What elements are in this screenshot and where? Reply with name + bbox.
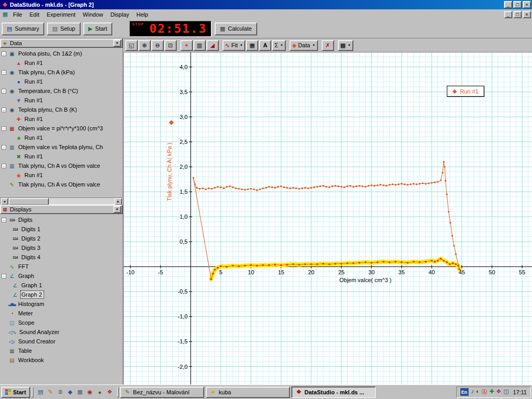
statistics-menu-button[interactable]: Σ▼ xyxy=(272,40,286,51)
scrollbar-thumb[interactable] xyxy=(8,198,49,205)
data-source-item[interactable]: -▥Objem valce vs Teplota plynu, Ch xyxy=(0,142,123,152)
child-restore-button[interactable]: □ xyxy=(513,11,522,18)
fit-menu-button[interactable]: ∿Fit▼ xyxy=(222,40,245,51)
text-tool-button[interactable]: A xyxy=(259,40,271,51)
data-source-item[interactable]: ✎Tlak plynu, Ch A vs Objem valce xyxy=(0,180,123,189)
menu-display[interactable]: Display xyxy=(107,10,132,19)
graph-settings-menu-button[interactable]: ▩▼ xyxy=(338,40,353,51)
taskbar-start-button[interactable]: Start xyxy=(1,387,30,398)
remove-button[interactable]: ✗ xyxy=(322,40,334,51)
graph-legend[interactable]: ◆ Run #1 xyxy=(447,86,484,97)
network-icon[interactable]: ◫ xyxy=(503,388,509,396)
display-item[interactable]: ◫Scope xyxy=(0,318,123,327)
data-source-item[interactable]: -▣Poloha pistu, Ch 1&2 (m) xyxy=(0,49,123,58)
expand-toggle[interactable]: - xyxy=(2,108,6,112)
task-paint[interactable]: ✎Bez_názvu - Malování xyxy=(120,387,204,398)
antivirus-icon[interactable]: Ⓐ xyxy=(482,388,487,396)
display-child-item[interactable]: 3.14Digits 3 xyxy=(0,243,123,252)
scrollbar-track[interactable] xyxy=(49,198,114,204)
menu-edit[interactable]: Edit xyxy=(26,10,43,19)
data-source-item[interactable]: -▦Objem valce = pi*r*r*y*100 (cm^3 xyxy=(0,124,123,133)
run-item[interactable]: ✚Run #1 xyxy=(0,114,123,124)
display-item[interactable]: ◁♪Sound Creator xyxy=(0,337,123,346)
menu-file[interactable]: File xyxy=(9,10,26,19)
display-child-item[interactable]: 3.14Digits 1 xyxy=(0,224,123,234)
data-panel-header[interactable]: ◈ Data ▼ xyxy=(0,38,123,48)
slope-tool-button[interactable]: ◢ xyxy=(206,40,219,51)
displays-panel-dropdown-button[interactable]: ▼ xyxy=(113,206,121,213)
display-item[interactable]: -3.14Digits xyxy=(0,215,123,224)
expand-toggle[interactable]: - xyxy=(2,51,6,56)
close-button[interactable]: × xyxy=(523,1,531,8)
restore-button[interactable]: □ xyxy=(513,1,522,8)
run-item[interactable]: ●Run #1 xyxy=(0,77,123,86)
scheduler-icon[interactable]: ✚ xyxy=(489,388,494,396)
window-titlebar[interactable]: ❖ DataStudio - mkl.ds - [Graph 2] _ □ × xyxy=(0,0,532,9)
graph-plot-area[interactable]: -10-55101520253035404550554,03,53,02,52,… xyxy=(124,52,532,384)
volume-icon[interactable]: ♪ xyxy=(471,388,474,396)
smart-tool-button[interactable]: ⌖ xyxy=(180,40,193,51)
display-child-item[interactable]: 3.14Digits 4 xyxy=(0,252,123,262)
display-item[interactable]: ▤Workbook xyxy=(0,355,123,365)
data-tree-hscrollbar[interactable]: ◂ ▸ xyxy=(0,197,123,205)
child-close-button[interactable]: × xyxy=(523,11,531,18)
child-minimize-button[interactable]: _ xyxy=(504,11,512,18)
show-data-button[interactable]: ▥ xyxy=(193,40,206,51)
display-child-item[interactable]: 3.14Digits 2 xyxy=(0,234,123,243)
browser-icon[interactable]: ◉ xyxy=(86,388,94,396)
graph-display-area[interactable]: -10-55101520253035404550554,03,53,02,52,… xyxy=(123,52,532,384)
setup-button[interactable]: ▨ Setup xyxy=(47,22,80,35)
expand-toggle[interactable]: - xyxy=(2,126,6,131)
updater-icon[interactable]: ❖ xyxy=(496,388,501,396)
run-item[interactable]: ▼Run #1 xyxy=(0,96,123,105)
notes-icon[interactable]: ✎ xyxy=(46,388,55,396)
calculate-button[interactable]: ▦ Calculate xyxy=(215,22,257,35)
start-button[interactable]: ▶ Start xyxy=(83,22,113,35)
expand-toggle[interactable]: - xyxy=(2,164,6,168)
display-item[interactable]: ◔Meter xyxy=(0,309,123,318)
acorn-icon[interactable]: ● xyxy=(96,388,104,396)
display-settings-icon[interactable]: ◐ xyxy=(476,388,480,396)
menu-window[interactable]: Window xyxy=(79,10,107,19)
calculate-tool-button[interactable]: ▦ xyxy=(246,40,258,51)
data-source-item[interactable]: -◉Teplota plynu, Ch B (K) xyxy=(0,105,123,114)
display-item[interactable]: -∠Graph xyxy=(0,271,123,281)
display-item[interactable]: ∿FFT xyxy=(0,262,123,271)
menu-help[interactable]: Help xyxy=(133,10,152,19)
keyboard-language-indicator[interactable]: En xyxy=(460,388,469,396)
minimize-button[interactable]: _ xyxy=(504,1,512,8)
displays-panel-header[interactable]: ▦ Displays ▼ xyxy=(0,205,123,214)
expand-toggle[interactable]: - xyxy=(2,89,6,94)
data-source-item[interactable]: -◉Temperature, Ch B (°C) xyxy=(0,86,123,96)
run-item[interactable]: ▲Run #1 xyxy=(0,58,123,68)
media-icon[interactable]: ❖ xyxy=(105,388,114,396)
scroll-left-button[interactable]: ◂ xyxy=(1,198,8,205)
data-source-item[interactable]: -◉Tlak plynu, Ch A (kPa) xyxy=(0,68,123,77)
run-item[interactable]: ✖Run #1 xyxy=(0,152,123,161)
task-kuba-folder[interactable]: ▰kuba xyxy=(206,387,290,398)
display-item[interactable]: ▦Table xyxy=(0,346,123,355)
zoom-out-button[interactable]: ⊖ xyxy=(151,40,164,51)
keys-icon[interactable]: ≣ xyxy=(56,388,64,396)
data-menu-button[interactable]: ◆Data▼ xyxy=(289,40,318,51)
scroll-right-button[interactable]: ▸ xyxy=(114,198,122,205)
expand-toggle[interactable]: - xyxy=(2,70,6,75)
data-source-item[interactable]: -▥Tlak plynu, Ch A vs Objem valce xyxy=(0,161,123,170)
zoom-in-button[interactable]: ⊕ xyxy=(138,40,151,51)
display-child-item[interactable]: ∠Graph 1 xyxy=(0,281,123,290)
summary-button[interactable]: ▤ Summary xyxy=(2,22,44,35)
zoom-select-button[interactable]: ⊡ xyxy=(164,40,177,51)
display-item[interactable]: ▂▅▃Histogram xyxy=(0,299,123,309)
run-item[interactable]: ■Run #1 xyxy=(0,133,123,142)
launcher-icon[interactable]: ◆ xyxy=(66,388,74,396)
menu-experiment[interactable]: Experiment xyxy=(43,10,79,19)
expand-toggle[interactable]: - xyxy=(2,274,6,278)
run-item[interactable]: ◆Run #1 xyxy=(0,170,123,180)
display-item[interactable]: ◁∿Sound Analyzer xyxy=(0,327,123,337)
expand-toggle[interactable]: - xyxy=(2,145,6,150)
scale-to-fit-button[interactable]: ◱ xyxy=(125,40,138,51)
task-datastudio[interactable]: ❖DataStudio - mkl.ds ... xyxy=(291,387,376,398)
data-panel-dropdown-button[interactable]: ▼ xyxy=(113,39,121,47)
grid-app-icon[interactable]: ▦ xyxy=(76,388,84,396)
expand-toggle[interactable]: - xyxy=(2,218,6,222)
